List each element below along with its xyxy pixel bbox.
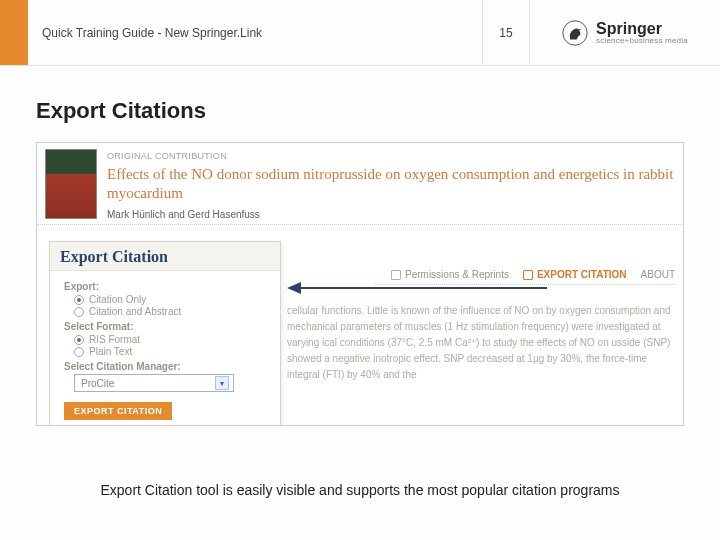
springer-horse-icon xyxy=(562,20,588,46)
article-title: Effects of the NO donor sodium nitroprus… xyxy=(107,165,675,203)
export-citation-dialog: Export Citation Export: Citation Only Ci… xyxy=(49,241,281,426)
radio-icon xyxy=(74,347,84,357)
export-citation-label: EXPORT CITATION xyxy=(537,269,627,280)
embedded-screenshot: ORIGINAL CONTRIBUTION Effects of the NO … xyxy=(36,142,684,426)
radio-icon xyxy=(74,295,84,305)
permissions-link[interactable]: Permissions & Reprints xyxy=(391,269,509,280)
slide-caption: Export Citation tool is easily visible a… xyxy=(0,482,720,498)
accent-bar xyxy=(0,0,28,65)
radio-citation-only[interactable]: Citation Only xyxy=(74,294,270,305)
article-header: ORIGINAL CONTRIBUTION Effects of the NO … xyxy=(37,143,683,225)
about-label: ABOUT xyxy=(641,269,675,280)
slide-title: Export Citations xyxy=(36,98,684,124)
export-citation-button[interactable]: EXPORT CITATION xyxy=(64,402,172,420)
radio-label: RIS Format xyxy=(89,334,140,345)
radio-label: Citation and Abstract xyxy=(89,306,181,317)
journal-cover-thumbnail xyxy=(45,149,97,219)
radio-label: Plain Text xyxy=(89,346,132,357)
export-citation-link[interactable]: EXPORT CITATION xyxy=(523,269,627,280)
article-type-label: ORIGINAL CONTRIBUTION xyxy=(107,151,675,161)
brand-name: Springer xyxy=(596,21,688,37)
page-number: 15 xyxy=(482,0,530,65)
about-link[interactable]: ABOUT xyxy=(641,269,675,280)
select-value: ProCite xyxy=(81,378,114,389)
permissions-label: Permissions & Reprints xyxy=(405,269,509,280)
export-icon xyxy=(523,270,533,280)
brand-logo: Springer science+business media xyxy=(530,0,720,65)
abstract-background-text: cellular functions. Little is known of t… xyxy=(287,303,673,383)
chevron-down-icon: ▾ xyxy=(215,376,229,390)
radio-ris-format[interactable]: RIS Format xyxy=(74,334,270,345)
brand-tagline: science+business media xyxy=(596,37,688,45)
dialog-title: Export Citation xyxy=(50,242,280,271)
radio-icon xyxy=(74,307,84,317)
radio-icon xyxy=(74,335,84,345)
callout-arrow xyxy=(287,283,547,293)
export-section-label: Export: xyxy=(64,281,270,292)
article-authors: Mark Hünlich and Gerd Hasenfuss xyxy=(107,209,675,220)
citation-manager-select[interactable]: ProCite ▾ xyxy=(74,374,234,392)
slide-header: Quick Training Guide - New Springer.Link… xyxy=(0,0,720,66)
radio-plain-text[interactable]: Plain Text xyxy=(74,346,270,357)
manager-section-label: Select Citation Manager: xyxy=(64,361,270,372)
format-section-label: Select Format: xyxy=(64,321,270,332)
document-icon xyxy=(391,270,401,280)
radio-label: Citation Only xyxy=(89,294,146,305)
radio-citation-abstract[interactable]: Citation and Abstract xyxy=(74,306,270,317)
header-title: Quick Training Guide - New Springer.Link xyxy=(28,0,482,65)
